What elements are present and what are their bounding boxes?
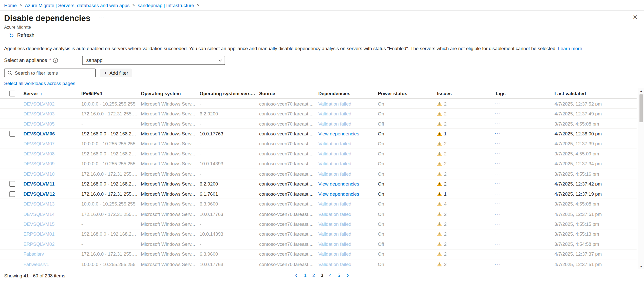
server-link[interactable]: DEVSQLVM07 xyxy=(23,141,54,146)
row-checkbox[interactable] xyxy=(9,181,15,187)
tags-ellipsis-icon[interactable]: ··· xyxy=(495,111,501,116)
dependencies-link[interactable]: Validation failed xyxy=(318,161,351,166)
tags-ellipsis-icon[interactable]: ··· xyxy=(495,161,501,166)
server-link[interactable]: DEVSQLVM10 xyxy=(23,171,54,176)
page-1-button[interactable]: 1 xyxy=(303,273,308,278)
table-row[interactable]: ERPSQLVM01192.168.0.0 - 192.168.255.255M… xyxy=(0,229,637,239)
next-page-icon[interactable]: › xyxy=(345,272,351,279)
table-row[interactable]: DEVSQLVM0910.0.0.0 - 10.255.255.255Micro… xyxy=(0,159,637,169)
tags-ellipsis-icon[interactable]: ··· xyxy=(495,121,501,126)
more-options-icon[interactable]: ··· xyxy=(98,15,104,21)
dependencies-link[interactable]: Validation failed xyxy=(318,242,351,247)
tags-ellipsis-icon[interactable]: ··· xyxy=(495,232,501,236)
breadcrumb-azure-migrate[interactable]: Azure Migrate | Servers, databases and w… xyxy=(25,3,129,8)
table-row[interactable]: DEVSQLVM12172.16.0.0 - 172.31.255.255Mic… xyxy=(0,189,637,199)
scroll-down-icon[interactable]: ▼ xyxy=(640,264,642,269)
server-link[interactable]: DEVSQLVM13 xyxy=(23,201,54,206)
scroll-up-icon[interactable]: ▲ xyxy=(640,88,642,94)
server-link[interactable]: DEVSQLVM14 xyxy=(23,212,54,216)
dependencies-link[interactable]: Validation failed xyxy=(318,212,351,216)
table-row[interactable]: DEVSQLVM06192.168.0.0 - 192.168.255.255M… xyxy=(0,129,637,139)
previous-page-icon[interactable]: ‹ xyxy=(293,272,299,279)
table-row[interactable]: DEVSQLVM1310.0.0.0 - 10.255.255.255Micro… xyxy=(0,199,637,209)
issues-count[interactable]: 2 xyxy=(444,221,446,226)
tags-ellipsis-icon[interactable]: ··· xyxy=(495,181,501,186)
issues-count[interactable]: 2 xyxy=(444,121,446,126)
dependencies-link[interactable]: Validation failed xyxy=(318,232,351,236)
tags-ellipsis-icon[interactable]: ··· xyxy=(495,201,501,206)
dependencies-link[interactable]: View dependencies xyxy=(318,131,359,136)
table-row[interactable]: DEVSQLVM11192.168.0.0 - 192.168.255.255M… xyxy=(0,179,637,189)
issues-count[interactable]: 1 xyxy=(444,131,446,136)
column-power-status[interactable]: Power status xyxy=(378,91,437,96)
dependencies-link[interactable]: Validation failed xyxy=(318,151,351,156)
server-link[interactable]: DEVSQLVM06 xyxy=(23,131,55,136)
tags-ellipsis-icon[interactable]: ··· xyxy=(495,212,501,216)
select-all-checkbox[interactable] xyxy=(9,90,15,96)
scrollbar-thumb[interactable] xyxy=(639,94,643,122)
breadcrumb-home[interactable]: Home xyxy=(4,3,17,8)
server-link[interactable]: DEVSQLVM15 xyxy=(23,221,54,226)
dependencies-link[interactable]: Validation failed xyxy=(318,201,351,206)
dependencies-link[interactable]: Validation failed xyxy=(318,111,351,116)
tags-ellipsis-icon[interactable]: ··· xyxy=(495,192,501,196)
table-row[interactable]: DEVSQLVM05-Microsoft Windows Serv...-con… xyxy=(0,119,637,129)
server-link[interactable]: DEVSQLVM09 xyxy=(23,161,54,166)
server-link[interactable]: DEVSQLVM03 xyxy=(23,111,54,116)
table-row[interactable]: DEVSQLVM08192.168.0.0 - 192.168.255.255M… xyxy=(0,149,637,159)
table-row[interactable]: Fabwebsrv110.0.0.0 - 10.255.255.255Micro… xyxy=(0,259,637,270)
server-link[interactable]: DEVSQLVM05 xyxy=(23,121,54,126)
table-row[interactable]: DEVSQLVM10172.16.0.0 - 172.31.255.255Mic… xyxy=(0,169,637,179)
page-4-button[interactable]: 4 xyxy=(328,273,333,278)
column-server[interactable]: Server↑ xyxy=(23,91,81,96)
dependencies-link[interactable]: Validation failed xyxy=(318,141,351,146)
column-os-version[interactable]: Operating system version xyxy=(200,91,259,96)
info-tooltip-icon[interactable]: i xyxy=(53,58,58,63)
dependencies-link[interactable]: Validation failed xyxy=(318,121,351,126)
page-3-button[interactable]: 3 xyxy=(319,273,325,278)
issues-count[interactable]: 2 xyxy=(444,141,446,146)
column-dependencies[interactable]: Dependencies xyxy=(318,91,378,96)
search-box[interactable] xyxy=(4,69,96,77)
dependencies-link[interactable]: Validation failed xyxy=(318,171,351,176)
server-link[interactable]: DEVSQLVM12 xyxy=(23,192,55,196)
refresh-button[interactable]: Refresh xyxy=(17,32,34,38)
column-source[interactable]: Source xyxy=(259,91,318,96)
tags-ellipsis-icon[interactable]: ··· xyxy=(495,262,501,267)
dependencies-link[interactable]: View dependencies xyxy=(318,181,359,186)
tags-ellipsis-icon[interactable]: ··· xyxy=(495,242,501,247)
server-link[interactable]: Fabwebsrv1 xyxy=(23,262,49,267)
issues-count[interactable]: 2 xyxy=(444,171,446,176)
issues-count[interactable]: 1 xyxy=(444,192,446,196)
tags-ellipsis-icon[interactable]: ··· xyxy=(495,131,501,136)
column-operating-system[interactable]: Operating system xyxy=(141,91,200,96)
issues-count[interactable]: 2 xyxy=(444,161,446,166)
select-all-workloads-link[interactable]: Select all workloads across pages xyxy=(4,81,75,86)
dependencies-link[interactable]: Validation failed xyxy=(318,101,351,106)
server-link[interactable]: DEVSQLVM08 xyxy=(23,151,54,156)
add-filter-button[interactable]: + Add filter xyxy=(100,69,132,77)
server-link[interactable]: Fabsqlsrv xyxy=(23,252,44,256)
table-row[interactable]: DEVSQLVM15-Microsoft Windows Serv...-con… xyxy=(0,219,637,229)
dependencies-link[interactable]: Validation failed xyxy=(318,221,351,226)
tags-ellipsis-icon[interactable]: ··· xyxy=(495,221,501,226)
issues-count[interactable]: 2 xyxy=(444,242,446,247)
breadcrumb-sandepmap[interactable]: sandepmap | Infrastructure xyxy=(138,3,194,8)
server-link[interactable]: ERPSQLVM02 xyxy=(23,242,54,247)
server-link[interactable]: DEVSQLVM11 xyxy=(23,181,54,186)
table-row[interactable]: DEVSQLVM0210.0.0.0 - 10.255.255.255Micro… xyxy=(0,99,637,109)
issues-count[interactable]: 4 xyxy=(444,201,446,206)
issues-count[interactable]: 2 xyxy=(444,262,446,267)
server-link[interactable]: ERPSQLVM01 xyxy=(23,232,54,236)
issues-count[interactable]: 2 xyxy=(444,252,446,256)
tags-ellipsis-icon[interactable]: ··· xyxy=(495,141,501,146)
row-checkbox[interactable] xyxy=(9,131,15,137)
learn-more-link[interactable]: Learn more xyxy=(558,46,582,51)
issues-count[interactable]: 2 xyxy=(444,212,446,216)
column-ip[interactable]: IPv6/IPv4 xyxy=(81,91,141,96)
table-row[interactable]: DEVSQLVM14172.16.0.0 - 172.31.255.255Mic… xyxy=(0,209,637,219)
table-row[interactable]: DEVSQLVM03172.16.0.0 - 172.31.255.255Mic… xyxy=(0,109,637,119)
column-last-validated[interactable]: Last validated xyxy=(555,91,637,96)
issues-count[interactable]: 2 xyxy=(444,232,446,236)
vertical-scrollbar[interactable]: ▲ ▼ xyxy=(638,88,644,270)
